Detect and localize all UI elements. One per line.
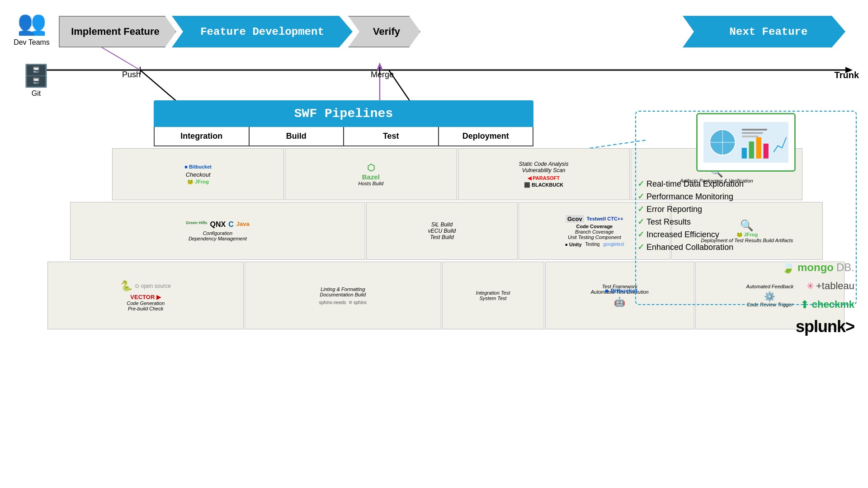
- git-icon: 🗄️: [14, 63, 59, 89]
- cell-checkout: ■ Bitbucket Checkout 🐸 JFrog: [112, 148, 284, 200]
- cell-config: Green Hills QNX C Java Configuration Dep…: [70, 202, 365, 260]
- cell-code-gen: 🐍 ⊙ open source VECTOR ▶ Code Generation…: [47, 262, 244, 329]
- swf-col-build: Build: [250, 127, 344, 145]
- svg-rect-15: [742, 148, 747, 159]
- svg-rect-20: [742, 132, 763, 134]
- swf-columns: Integration Build Test Deployment: [154, 127, 533, 146]
- checkmk-logo: ⬆ checkmk: [800, 298, 854, 311]
- svg-rect-17: [756, 137, 761, 158]
- top-banner: Implement Feature Feature Development Ve…: [59, 14, 845, 50]
- features-list: Real-time Data Exploration Performance M…: [637, 179, 854, 252]
- monitor-box: [696, 113, 796, 172]
- feature-item: Test Results: [637, 217, 854, 227]
- bitbucket-label: ■ Bitbucket: [605, 287, 637, 294]
- git-area: 🗄️ Git: [14, 63, 59, 98]
- swf-col-deployment: Deployment: [439, 127, 533, 145]
- feature-item: Real-time Data Exploration: [637, 179, 854, 189]
- cell-int-test: Integration Test System Test: [442, 262, 544, 329]
- svg-rect-18: [764, 143, 769, 158]
- dev-teams-icon: 👥: [9, 9, 54, 37]
- feature-item: Error Reporting: [637, 204, 854, 214]
- swf-col-test: Test: [344, 127, 439, 145]
- feature-item: Increased Efficiency: [637, 230, 854, 239]
- tool-logos: 🍃 mongoDB. ✳ +tableau ⬆ checkmk splunk>: [637, 261, 854, 336]
- swf-title: SWF Pipelines: [154, 100, 533, 127]
- push-label: Push: [122, 70, 141, 80]
- monitor-screen: [703, 122, 788, 163]
- svg-marker-4: [377, 62, 383, 70]
- cell-linting: Linting & Formatting Documentation Build…: [245, 262, 441, 329]
- right-panel: Real-time Data Exploration Performance M…: [637, 113, 854, 336]
- monitor-area: [637, 113, 854, 172]
- verify-arrow: Verify: [348, 16, 420, 47]
- svg-rect-16: [749, 141, 754, 159]
- feature-item: Performance Monitoring: [637, 192, 854, 202]
- svg-rect-19: [742, 128, 767, 130]
- git-label: Git: [14, 89, 59, 98]
- feature-item: Enhanced Collaboration: [637, 242, 854, 252]
- swf-col-integration: Integration: [155, 127, 250, 145]
- feature-development-arrow: Feature Development: [172, 16, 353, 47]
- svg-rect-21: [742, 135, 759, 137]
- cell-bazel: ⬡ Bazel Hosts Build: [285, 148, 457, 200]
- swf-container: SWF Pipelines Integration Build Test Dep…: [154, 100, 533, 146]
- trunk-label: Trunk: [835, 70, 859, 80]
- cell-static-code: Static Code Analysis Vulnerability Scan …: [458, 148, 630, 200]
- splunk-logo: splunk>: [796, 317, 854, 336]
- implement-feature-arrow: Implement Feature: [59, 16, 176, 47]
- merge-label: Merge: [371, 70, 394, 80]
- dev-teams-label: Dev Teams: [9, 38, 54, 47]
- cell-builds: SiL Build vECU Build Test Build: [366, 202, 518, 260]
- dev-teams-area: 👥 Dev Teams: [9, 9, 54, 47]
- mongodb-logo: 🍃 mongoDB.: [781, 261, 854, 274]
- next-feature-arrow: Next Feature: [683, 16, 845, 47]
- tableau-logo: ✳ +tableau: [807, 280, 854, 292]
